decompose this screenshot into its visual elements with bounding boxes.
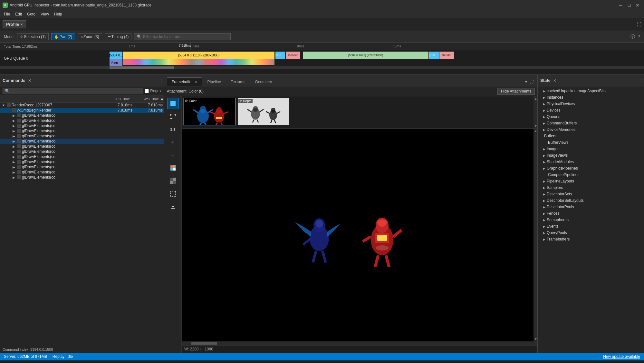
command-item-draw10[interactable]: ▶ glDrawElements(co [0,159,164,164]
info-button[interactable]: ⓘ [630,34,635,40]
state-item-instances[interactable]: ▶ Instances [538,94,644,101]
command-item-draw5[interactable]: ▶ glDrawElements(co [0,133,164,139]
framebuffer-maximize-button[interactable]: ⛶ [528,78,535,86]
state-item-samplers[interactable]: ▶ Samplers [538,184,644,191]
color-tool-button[interactable] [167,98,179,109]
commands-search-input[interactable] [3,88,143,94]
tab-framebuffer[interactable]: Framebuffer ✕ [167,77,202,86]
menu-view[interactable]: View [38,11,52,17]
tree-arrow[interactable]: ▶ [12,134,16,138]
command-item-draw3[interactable]: ▶ glDrawElements(co [0,123,164,128]
filter-input-container[interactable]: 🔍 [134,33,231,40]
command-item-draw7[interactable]: ▶ glDrawElements(co [0,144,164,149]
command-item-draw2[interactable]: ▶ glDrawElements(co [0,118,164,123]
tree-arrow[interactable]: ▼ [1,103,6,107]
image-scroll-up[interactable]: ▲ [533,129,537,133]
timing-mode-button[interactable]: ⊢ Timing (4) [105,33,132,40]
track-block-538[interactable]: [538... [275,52,285,59]
maximize-button[interactable]: □ [625,1,633,9]
state-item-commandbuffers[interactable]: ▶ CommandBuffers [538,120,644,126]
timeline-scroll-thumb[interactable] [110,66,174,69]
pan-mode-button[interactable]: ✋ Pan (2) [51,33,75,40]
image-scroll-down[interactable]: ▼ [533,337,537,341]
image-hscroll-thumb[interactable] [191,342,217,345]
command-item-draw4[interactable]: ▶ glDrawElements(co [0,128,164,133]
regex-checkbox-label[interactable]: Regex [145,88,161,94]
tree-arrow[interactable]: ▶ [12,129,16,133]
tree-arrow[interactable]: ▶ [12,155,16,159]
state-close-button[interactable]: ✕ [553,78,556,83]
commands-close-button[interactable]: ✕ [28,78,31,83]
state-item-images[interactable]: ▶ Images [538,146,644,152]
state-item-framebuffers[interactable]: ▶ Framebuffers [538,236,644,242]
state-item-fences[interactable]: ▶ Fences [538,210,644,217]
tree-arrow[interactable]: ▶ [12,160,16,164]
zoom-mode-button[interactable]: ⌕ Zoom (3) [78,33,102,40]
close-button[interactable]: ✕ [634,1,641,9]
one-to-one-button[interactable]: 1:1 [167,123,179,135]
command-item-draw1[interactable]: ▶ glDrawElements(co [0,113,164,118]
track-block-render2[interactable]: Render [439,52,454,59]
tree-arrow[interactable]: ▶ [12,171,16,174]
state-item-pipelinelayouts[interactable]: ▶ PipelineLayouts [538,178,644,184]
command-item-draw11[interactable]: ▶ glDrawElements(co [0,164,164,170]
state-item-devices[interactable]: ▶ Devices [538,107,644,113]
tabs-dropdown-button[interactable]: ▾ [524,78,528,86]
tree-arrow[interactable]: ▶ [12,119,16,123]
state-item-descriptorsets[interactable]: ▶ DescriptorSets [538,191,644,197]
zoom-out-button[interactable]: − [167,149,179,161]
command-item-draw6[interactable]: ▶ glDrawElements(co [0,139,164,144]
state-item-graphicspipelines[interactable]: ▶ GraphicsPipelines [538,165,644,172]
selection-mode-button[interactable]: ⊹ Selection (1) [17,33,48,40]
tree-arrow[interactable]: ▶ [12,176,16,179]
image-view[interactable]: ▲ ▼ [182,129,537,341]
command-item-draw9[interactable]: ▶ glDrawElements(co [0,154,164,159]
tree-arrow[interactable]: ▶ [12,124,16,128]
tree-arrow[interactable]: ▶ [12,140,16,143]
command-item-renderpass[interactable]: ▼ RenderPass: 12970367. 7.818ms 7.818ms [0,103,164,108]
menu-edit[interactable]: Edit [13,11,24,17]
hide-attachments-button[interactable]: Hide Attachments [497,88,535,95]
profile-tab-close[interactable]: × [20,22,23,27]
tree-arrow[interactable]: ▶ [12,145,16,148]
command-item-draw13[interactable]: ▶ glDrawElements(co [0,175,164,180]
gpu-track[interactable]: [5384 0... Binn... [5384 0 0 1110] (2280… [110,50,644,66]
image-vscroll[interactable]: ▲ ▼ [533,129,537,341]
help-button[interactable]: ? [638,34,640,40]
state-item-events[interactable]: ▶ Events [538,223,644,230]
state-item-descriptorpools[interactable]: ▶ DescriptorPools [538,204,644,210]
framebuffer-tab-close[interactable]: ✕ [195,80,197,84]
state-item-physicaldevices[interactable]: ▶ PhysicalDevices [538,101,644,107]
track-block-0[interactable]: [5384 0... [110,52,122,59]
state-item-descriptorsetlayouts[interactable]: ▶ DescriptorSetLayouts [538,197,644,204]
menu-file[interactable]: File [1,11,13,17]
filter-input[interactable] [143,34,228,39]
state-item-queues[interactable]: ▶ Queues [538,113,644,120]
attach-vscroll[interactable]: ▲ ▼ [533,96,537,128]
state-item-querypools[interactable]: ▶ QueryPools [538,230,644,236]
checkers-button[interactable] [167,175,179,187]
command-item-draw12[interactable]: ▶ glDrawElements(co [0,170,164,175]
track-block-render1[interactable]: Render [286,52,300,59]
state-item-computepipelines[interactable]: ComputePipelines [538,172,644,178]
tree-arrow[interactable]: ▶ [12,150,16,153]
command-item-begin[interactable]: vkCmdBeginRender 7.818ms 7.818ms [0,108,164,113]
attachment-depth[interactable]: 1: Depth [237,98,290,125]
track-block-main[interactable]: [5384 0 0 1110] (2280x1080) [123,52,274,59]
state-item-semaphores[interactable]: ▶ Semaphores [538,217,644,223]
state-item-shadermodules[interactable]: ▶ ShaderModules [538,159,644,165]
update-link[interactable]: New update available [603,354,640,359]
state-item-bufferviews[interactable]: BufferViews [538,139,644,146]
tab-textures[interactable]: Textures [226,77,250,86]
state-item-buffers[interactable]: Buffers [538,133,644,139]
commands-maximize-button[interactable]: ⛶ [158,78,161,83]
track-block-binn[interactable]: Binn... [110,59,122,66]
command-item-draw8[interactable]: ▶ glDrawElements(co [0,149,164,154]
tree-arrow[interactable]: ▶ [12,165,16,169]
channels-button[interactable] [167,162,179,174]
tab-pipeline[interactable]: Pipeline [202,77,226,86]
attach-scroll-up[interactable]: ▲ [533,96,537,101]
profile-tab[interactable]: Profile × [3,20,26,28]
menu-goto[interactable]: Goto [24,11,38,17]
state-item-cachedunpackedimageaspectbits[interactable]: ▶ cachedUnpackedImageAspectBits [538,88,644,94]
